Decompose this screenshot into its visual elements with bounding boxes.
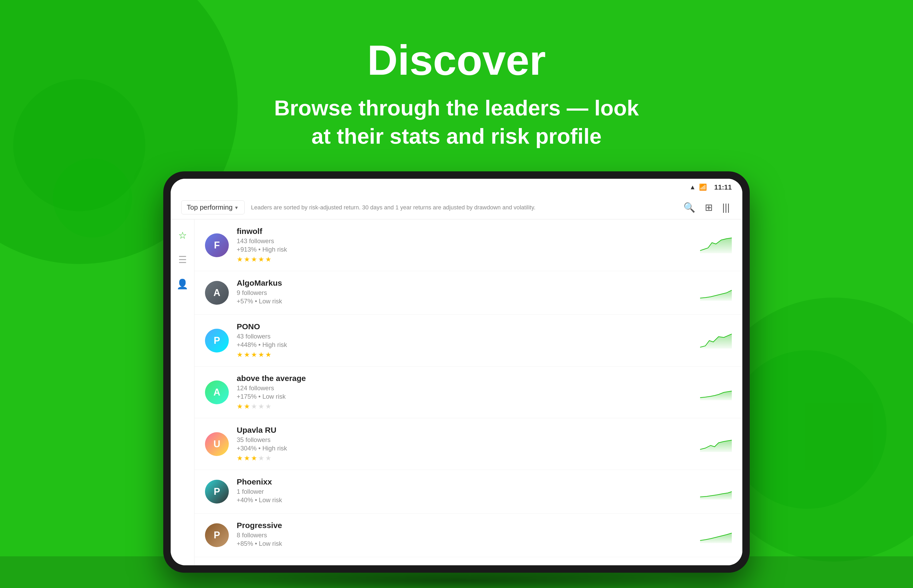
star-filled: ★ <box>244 402 250 410</box>
status-time: 11:11 <box>714 183 732 191</box>
leader-name: AlgoMarkus <box>237 279 695 288</box>
leader-return: +57% • Low risk <box>237 297 695 305</box>
list-item[interactable]: F finwolf 143 followers +913% • High ris… <box>194 220 742 271</box>
star-empty: ★ <box>265 454 271 462</box>
wifi-icon: ▲ <box>690 184 696 191</box>
leaders-list: F finwolf 143 followers +913% • High ris… <box>194 220 742 565</box>
star-filled: ★ <box>258 351 264 359</box>
list-item[interactable]: A AlgoMarkus 9 followers +57% • Low risk <box>194 271 742 315</box>
star-rating: ★★★★★ <box>237 402 695 410</box>
star-rating: ★★★★★ <box>237 255 695 263</box>
signal-icon: 📶 <box>699 184 707 191</box>
star-filled: ★ <box>251 255 257 263</box>
leader-name: PONO <box>237 322 695 331</box>
leader-return: +40% • Low risk <box>237 496 695 504</box>
leader-return: +448% • High risk <box>237 341 695 349</box>
sort-dropdown[interactable]: Top performing ▾ <box>181 200 244 215</box>
leader-return: +913% • High risk <box>237 246 695 253</box>
list-item[interactable]: A above the average 124 followers +175% … <box>194 367 742 418</box>
leader-return: +304% • High risk <box>237 445 695 452</box>
leader-info: PONO 43 followers +448% • High risk ★★★★… <box>237 322 695 359</box>
list-item[interactable]: P PONO 43 followers +448% • High risk ★★… <box>194 315 742 367</box>
star-filled: ★ <box>251 454 257 462</box>
sort-label: Top performing <box>187 203 233 212</box>
avatar: A <box>205 281 229 305</box>
list-item[interactable]: P Phoenixx 1 follower +40% • Low risk <box>194 470 742 514</box>
main-area: ☆ ☰ 👤 F finwolf 143 followers +913% • Hi… <box>171 220 742 565</box>
search-icon[interactable]: 🔍 <box>682 200 698 215</box>
avatar: P <box>205 523 229 547</box>
leader-info: finwolf 143 followers +913% • High risk … <box>237 227 695 263</box>
mini-chart <box>700 333 732 349</box>
page-title: Discover <box>274 37 639 84</box>
sidebar-item-profile[interactable]: 👤 <box>176 279 188 290</box>
star-rating: ★★★★★ <box>237 351 695 359</box>
star-rating: ★★★★★ <box>237 454 695 462</box>
toolbar-actions: 🔍 ⊞ ||| <box>682 200 732 215</box>
tablet-device: ▲ 📶 11:11 Top performing ▾ Leaders are s… <box>163 171 750 573</box>
mini-chart <box>700 527 732 543</box>
leader-name: Upavla RU <box>237 426 695 435</box>
leader-followers: 8 followers <box>237 531 695 539</box>
avatar: P <box>205 480 229 504</box>
mini-chart <box>700 237 732 253</box>
star-filled: ★ <box>265 255 271 263</box>
mini-chart <box>700 384 732 400</box>
mini-chart <box>700 285 732 301</box>
toolbar-info-text: Leaders are sorted by risk-adjusted retu… <box>251 204 675 211</box>
grid-view-icon[interactable]: ⊞ <box>703 200 715 215</box>
leader-name: Phoenixx <box>237 477 695 486</box>
leader-name: above the average <box>237 374 695 383</box>
leader-followers: 9 followers <box>237 289 695 297</box>
star-filled: ★ <box>237 351 243 359</box>
star-empty: ★ <box>265 402 271 410</box>
status-bar: ▲ 📶 11:11 <box>171 179 742 195</box>
leader-info: AlgoMarkus 9 followers +57% • Low risk <box>237 279 695 307</box>
list-item[interactable]: U Upavla RU 35 followers +304% • High ri… <box>194 418 742 470</box>
page-subtitle: Browse through the leaders — look at the… <box>274 94 639 150</box>
star-filled: ★ <box>258 255 264 263</box>
leader-name: finwolf <box>237 227 695 236</box>
star-filled: ★ <box>265 351 271 359</box>
list-item[interactable]: P Progressive 8 followers +85% • Low ris… <box>194 514 742 557</box>
star-filled: ★ <box>251 351 257 359</box>
leader-info: above the average 124 followers +175% • … <box>237 374 695 410</box>
leader-followers: 43 followers <box>237 333 695 340</box>
avatar: A <box>205 380 229 404</box>
avatar: P <box>205 329 229 352</box>
leader-return: +175% • Low risk <box>237 393 695 400</box>
avatar: U <box>205 432 229 456</box>
sidebar: ☆ ☰ 👤 <box>171 220 194 565</box>
chevron-down-icon: ▾ <box>235 204 238 211</box>
leader-followers: 124 followers <box>237 384 695 392</box>
star-filled: ★ <box>237 402 243 410</box>
star-empty: ★ <box>258 454 264 462</box>
leader-info: Phoenixx 1 follower +40% • Low risk <box>237 477 695 506</box>
avatar: F <box>205 233 229 257</box>
star-filled: ★ <box>237 454 243 462</box>
star-empty: ★ <box>251 402 257 410</box>
sidebar-item-list[interactable]: ☰ <box>178 254 187 265</box>
mini-chart <box>700 436 732 452</box>
leader-followers: 35 followers <box>237 436 695 444</box>
leader-info: Upavla RU 35 followers +304% • High risk… <box>237 426 695 462</box>
star-empty: ★ <box>258 402 264 410</box>
star-filled: ★ <box>237 255 243 263</box>
mini-chart <box>700 484 732 499</box>
star-filled: ★ <box>244 255 250 263</box>
star-filled: ★ <box>244 454 250 462</box>
sidebar-item-favorites[interactable]: ☆ <box>178 230 187 241</box>
leader-followers: 143 followers <box>237 237 695 245</box>
leader-info: Progressive 8 followers +85% • Low risk <box>237 521 695 549</box>
filter-icon[interactable]: ||| <box>720 200 732 215</box>
toolbar: Top performing ▾ Leaders are sorted by r… <box>171 195 742 220</box>
leader-name: Progressive <box>237 521 695 530</box>
leader-return: +85% • Low risk <box>237 540 695 548</box>
leader-followers: 1 follower <box>237 488 695 495</box>
star-filled: ★ <box>244 351 250 359</box>
